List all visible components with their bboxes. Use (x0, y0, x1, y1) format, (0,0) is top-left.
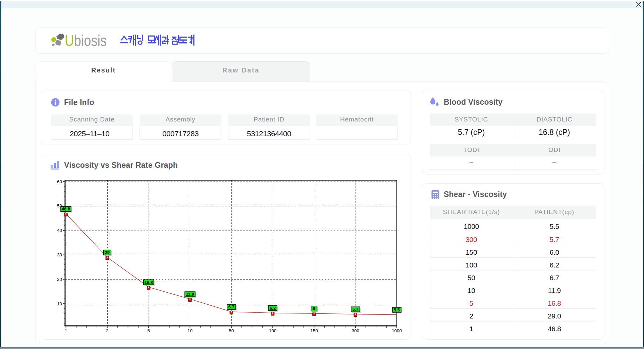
svg-text:40: 40 (57, 228, 62, 233)
svg-text:29: 29 (105, 250, 110, 255)
svg-text:20: 20 (57, 277, 62, 282)
svg-text:16.8: 16.8 (144, 280, 153, 285)
svg-text:5.5: 5.5 (394, 307, 400, 312)
svg-text:10: 10 (57, 301, 62, 306)
svg-text:60: 60 (57, 179, 62, 184)
svg-text:Ubiosis: Ubiosis (65, 32, 107, 49)
svg-text:6: 6 (313, 306, 315, 311)
svg-text:150: 150 (310, 328, 318, 333)
svg-text:1000: 1000 (392, 328, 402, 333)
svg-text:30: 30 (57, 252, 62, 257)
svg-text:6.7: 6.7 (228, 304, 234, 309)
svg-text:1: 1 (65, 328, 67, 333)
svg-text:50: 50 (229, 328, 234, 333)
svg-text:10: 10 (187, 328, 193, 333)
svg-text:5: 5 (147, 328, 150, 333)
svg-text:11.9: 11.9 (186, 292, 194, 297)
svg-text:5.7: 5.7 (353, 307, 359, 312)
svg-text:46.8: 46.8 (62, 206, 70, 211)
svg-text:6.2: 6.2 (270, 306, 276, 311)
svg-text:2: 2 (106, 328, 109, 333)
svg-text:300: 300 (352, 328, 359, 333)
svg-text:100: 100 (269, 328, 277, 333)
